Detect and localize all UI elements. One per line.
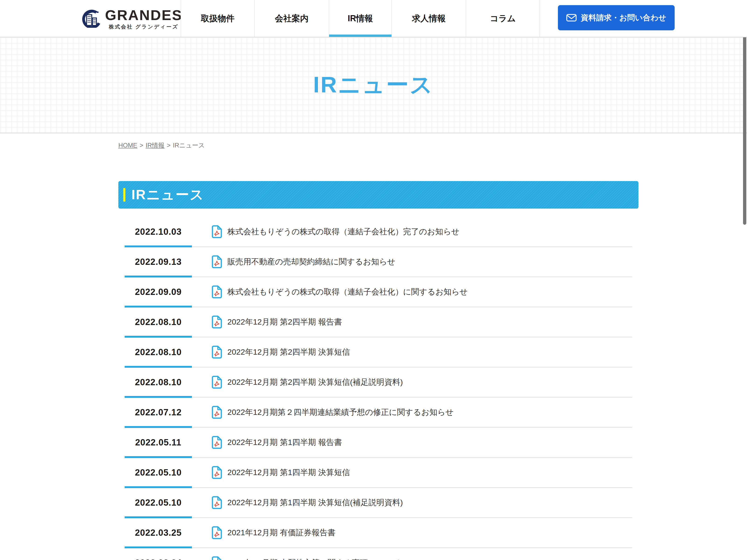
news-pdf-link[interactable]: 2022年12月期 第1四半期 報告書 — [211, 436, 342, 449]
breadcrumb: HOME>IR情報>IRニュース — [118, 142, 639, 149]
news-list: 2022.10.03 株式会社もりぞうの株式の取得（連結子会社化）完了のお知らせ… — [125, 217, 632, 560]
news-row: 2022.10.03 株式会社もりぞうの株式の取得（連結子会社化）完了のお知らせ — [125, 217, 632, 247]
logo-company-name: GRANDES — [105, 8, 182, 22]
pdf-file-icon — [211, 526, 222, 539]
news-row: 2022.09.13 販売用不動産の売却契約締結に関するお知らせ — [125, 247, 632, 277]
news-date: 2022.07.12 — [125, 407, 192, 418]
news-pdf-link[interactable]: 販売用不動産の売却契約締結に関するお知らせ — [211, 255, 395, 268]
news-title: 2021年12月期 支配株主等に関する事項について — [227, 557, 400, 560]
news-row: 2022.03.25 2021年12月期 有価証券報告書 — [125, 518, 632, 548]
pdf-file-icon — [211, 496, 222, 509]
news-date: 2022.10.03 — [125, 227, 192, 237]
pdf-file-icon — [211, 346, 222, 358]
news-date: 2022.05.10 — [125, 498, 192, 508]
section-accent-bar — [123, 188, 125, 202]
breadcrumb-current: IRニュース — [173, 142, 205, 149]
pdf-file-icon — [211, 255, 222, 268]
news-pdf-link[interactable]: 2022年12月期 第1四半期 決算短信(補足説明資料) — [211, 496, 403, 509]
nav-item-recruit[interactable]: 求人情報 — [391, 0, 466, 37]
pdf-file-icon — [211, 406, 222, 419]
news-date: 2022.08.10 — [125, 317, 192, 327]
news-title: 2022年12月期 第2四半期 決算短信 — [227, 347, 350, 357]
mail-icon — [566, 14, 576, 22]
breadcrumb-separator: > — [139, 142, 143, 149]
news-pdf-link[interactable]: 株式会社もりぞうの株式の取得（連結子会社化）完了のお知らせ — [211, 225, 459, 238]
news-title: 2022年12月期 第2四半期 決算短信(補足説明資料) — [227, 377, 403, 388]
news-row: 2022.08.10 2022年12月期 第2四半期 報告書 — [125, 307, 632, 338]
breadcrumb-link[interactable]: HOME — [118, 142, 137, 149]
news-pdf-link[interactable]: 2021年12月期 有価証券報告書 — [211, 526, 335, 539]
pdf-file-icon — [211, 285, 222, 298]
news-title: 2022年12月期 第1四半期 決算短信(補足説明資料) — [227, 497, 403, 508]
news-date: 2022.03.25 — [125, 528, 192, 538]
hero-banner: IRニュース — [0, 37, 747, 133]
section-title: IRニュース — [131, 186, 204, 204]
news-row: 2022.05.11 2022年12月期 第1四半期 報告書 — [125, 428, 632, 458]
news-row: 2022.07.12 2022年12月期第２四半期連結業績予想の修正に関するお知… — [125, 398, 632, 428]
pdf-file-icon — [211, 225, 222, 238]
news-pdf-link[interactable]: 2022年12月期 第2四半期 決算短信 — [211, 346, 350, 358]
news-date: 2022.08.10 — [125, 347, 192, 357]
news-title: 2022年12月期 第2四半期 報告書 — [227, 317, 342, 327]
news-row: 2022.05.10 2022年12月期 第1四半期 決算短信 — [125, 458, 632, 488]
news-row: 2022.08.10 2022年12月期 第2四半期 決算短信(補足説明資料) — [125, 368, 632, 398]
nav-item-company[interactable]: 会社案内 — [254, 0, 329, 37]
site-header: GRANDES 株式会社 グランディーズ 取扱物件会社案内IR情報求人情報コラム… — [0, 0, 747, 37]
main-content: HOME>IR情報>IRニュース IRニュース 2022.10.03 株式会社も… — [118, 142, 639, 560]
news-title: 2022年12月期第２四半期連結業績予想の修正に関するお知らせ — [227, 407, 454, 418]
nav-item-column[interactable]: コラム — [466, 0, 540, 37]
news-date: 2022.09.09 — [125, 287, 192, 297]
section-header: IRニュース — [118, 181, 639, 209]
news-title: 株式会社もりぞうの株式の取得（連結子会社化）完了のお知らせ — [227, 226, 459, 237]
news-title: 2022年12月期 第1四半期 報告書 — [227, 437, 342, 448]
news-row: 2022.08.10 2022年12月期 第2四半期 決算短信 — [125, 338, 632, 368]
pdf-file-icon — [211, 316, 222, 328]
main-nav: 取扱物件会社案内IR情報求人情報コラム — [181, 0, 540, 37]
news-row: 2022.03.24 2021年12月期 支配株主等に関する事項について — [125, 548, 632, 560]
news-date: 2022.03.24 — [125, 558, 192, 560]
news-row: 2022.09.09 株式会社もりぞうの株式の取得（連結子会社化）に関するお知ら… — [125, 277, 632, 307]
page-title: IRニュース — [313, 70, 434, 100]
pdf-file-icon — [211, 466, 222, 479]
pdf-file-icon — [211, 376, 222, 389]
nav-item-ir[interactable]: IR情報 — [329, 0, 391, 37]
news-pdf-link[interactable]: 2022年12月期第２四半期連結業績予想の修正に関するお知らせ — [211, 406, 454, 419]
news-title: 2022年12月期 第1四半期 決算短信 — [227, 467, 350, 478]
nav-item-properties[interactable]: 取扱物件 — [181, 0, 254, 37]
page: GRANDES 株式会社 グランディーズ 取扱物件会社案内IR情報求人情報コラム… — [0, 0, 747, 560]
news-pdf-link[interactable]: 株式会社もりぞうの株式の取得（連結子会社化）に関するお知らせ — [211, 285, 468, 298]
news-date: 2022.09.13 — [125, 257, 192, 267]
pdf-file-icon — [211, 436, 222, 449]
pdf-file-icon — [211, 556, 222, 560]
news-date: 2022.05.10 — [125, 468, 192, 478]
logo-company-name-jp: 株式会社 グランディーズ — [109, 24, 179, 29]
news-row: 2022.05.10 2022年12月期 第1四半期 決算短信(補足説明資料) — [125, 488, 632, 518]
news-date: 2022.08.10 — [125, 377, 192, 387]
news-title: 販売用不動産の売却契約締結に関するお知らせ — [227, 257, 395, 267]
logo[interactable]: GRANDES 株式会社 グランディーズ — [79, 0, 182, 37]
news-pdf-link[interactable]: 2022年12月期 第1四半期 決算短信 — [211, 466, 350, 479]
news-pdf-link[interactable]: 2022年12月期 第2四半期 決算短信(補足説明資料) — [211, 376, 403, 389]
news-title: 株式会社もりぞうの株式の取得（連結子会社化）に関するお知らせ — [227, 287, 468, 297]
grandes-logo-icon — [79, 9, 101, 28]
contact-button[interactable]: 資料請求・お問い合わせ — [558, 5, 675, 30]
contact-button-label: 資料請求・お問い合わせ — [581, 12, 666, 23]
breadcrumb-separator: > — [167, 142, 171, 149]
news-date: 2022.05.11 — [125, 437, 192, 448]
news-pdf-link[interactable]: 2021年12月期 支配株主等に関する事項について — [211, 556, 400, 560]
news-title: 2021年12月期 有価証券報告書 — [227, 527, 335, 538]
news-pdf-link[interactable]: 2022年12月期 第2四半期 報告書 — [211, 316, 342, 328]
breadcrumb-link[interactable]: IR情報 — [146, 142, 164, 149]
